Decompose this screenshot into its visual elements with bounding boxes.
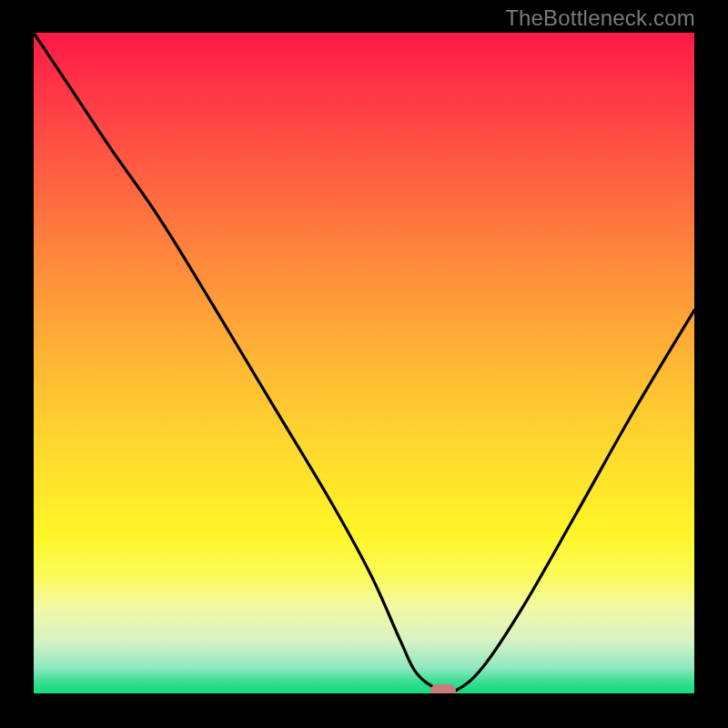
- plot-area: [34, 33, 694, 693]
- optimum-marker: [430, 684, 456, 693]
- bottleneck-curve: [34, 33, 694, 693]
- chart-frame: TheBottleneck.com: [0, 0, 728, 728]
- watermark-text: TheBottleneck.com: [505, 5, 695, 31]
